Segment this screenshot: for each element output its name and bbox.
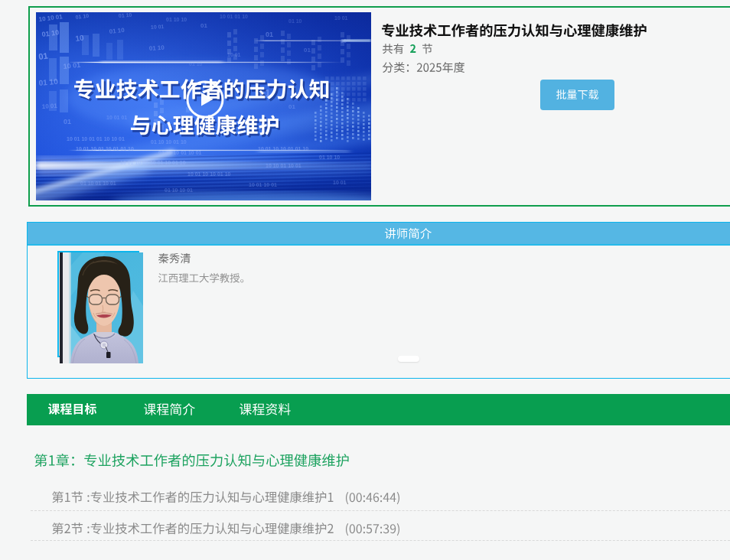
svg-text:10 01: 10 01 xyxy=(151,24,165,30)
svg-text:10 10 01 10 01: 10 10 01 10 01 xyxy=(266,163,301,168)
svg-text:10 01 01: 10 01 01 xyxy=(106,115,127,120)
svg-text:10: 10 xyxy=(341,38,347,44)
svg-text:10: 10 xyxy=(75,33,85,43)
svg-text:10 01 10 01 01 10 10 01: 10 01 10 01 01 10 10 01 xyxy=(67,136,125,142)
svg-text:10 01 10 01: 10 01 10 01 xyxy=(249,182,277,187)
svg-text:01 10: 01 10 xyxy=(119,12,132,18)
svg-text:10 01 10 10 01 01 10: 10 01 10 10 01 01 10 xyxy=(258,146,308,151)
svg-text:01 10: 01 10 xyxy=(38,77,58,87)
svg-text:10 01: 10 01 xyxy=(42,103,58,110)
svg-text:10 01 01 10: 10 01 01 10 xyxy=(220,14,248,19)
svg-text:10 01 10 10 01 10: 10 01 10 10 01 10 xyxy=(187,171,231,177)
svg-text:01: 01 xyxy=(200,22,207,29)
svg-text:10 01 10 01 10 01 10 01 10: 10 01 10 01 10 01 10 01 10 xyxy=(120,160,186,165)
svg-text:01: 01 xyxy=(38,50,49,61)
svg-text:10 01 10 01 10 01 01 10: 10 01 10 01 10 01 01 10 xyxy=(76,146,134,151)
svg-text:01 10: 01 10 xyxy=(149,44,165,52)
svg-text:01 10: 01 10 xyxy=(189,61,203,67)
svg-text:01: 01 xyxy=(266,31,273,38)
svg-text:01 10 10 01 10 01: 01 10 10 01 10 01 xyxy=(158,150,202,155)
svg-text:01 10 01 10 01: 01 10 01 10 01 xyxy=(80,181,116,186)
svg-text:01 10 10: 01 10 10 xyxy=(319,155,340,160)
svg-text:01 10 10: 01 10 10 xyxy=(166,17,187,22)
svg-text:10 01: 10 01 xyxy=(227,52,241,57)
svg-text:10 01: 10 01 xyxy=(333,180,347,185)
svg-text:01 10 10 01: 01 10 10 01 xyxy=(165,187,193,193)
svg-text:01: 01 xyxy=(64,118,71,125)
svg-text:10 01: 10 01 xyxy=(334,15,348,21)
svg-text:01 10: 01 10 xyxy=(288,18,302,24)
svg-text:01: 01 xyxy=(304,47,311,54)
